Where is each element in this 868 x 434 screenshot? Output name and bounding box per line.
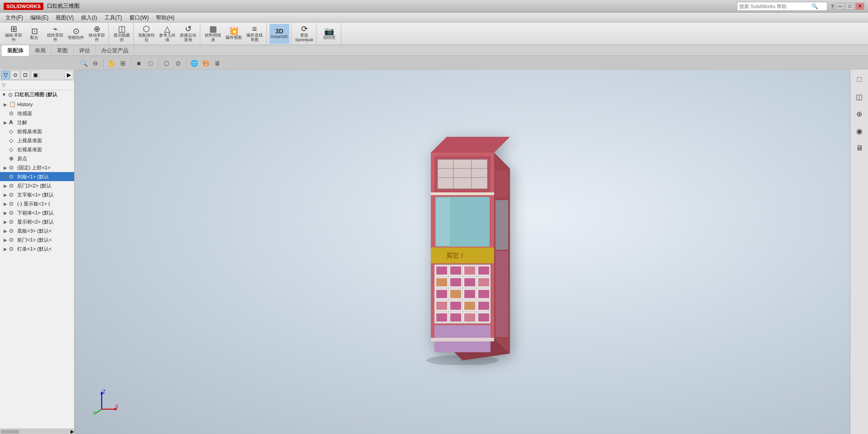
show-hidden-button[interactable]: ◫ 显示隐藏的 — [112, 24, 132, 44]
svg-rect-36 — [436, 302, 447, 310]
hscroll-thumb[interactable] — [1, 430, 19, 434]
rp-display-button[interactable]: ◫ — [851, 89, 868, 105]
tree-item-side-panel[interactable]: ▶ ⊙ 则板<1> (默认 — [0, 172, 74, 181]
menu-insert[interactable]: 插入(I) — [77, 13, 100, 23]
rp-view-settings-button[interactable]: □ — [851, 71, 868, 88]
light-strip-icon: ⊙ — [9, 246, 16, 252]
smart-fastener-icon: ⊙ — [73, 27, 80, 35]
toolbar-group-edit: ⊞ 编辑 零部件 ⊡ 配合 ⌁ 线性零部件 ⊙ 智能扣件 ⊕ 移动零部件 — [2, 23, 109, 45]
scroll-right-button[interactable]: ▶ — [71, 429, 74, 434]
tree-item-light-strip[interactable]: ▶ ⊙ 灯条<1> (默认< — [0, 244, 74, 253]
tree-item-fixed-top[interactable]: ▶ ⊙ (固定) 上部<1> — [0, 163, 74, 172]
svg-text:Y: Y — [93, 411, 96, 416]
main-area: ▽ ⊙ ⊡ ▣ ▶ ▽ ▼ ⊙ 口红机三维图 (默认 ▶ 📋 History — [0, 70, 868, 434]
explode-view-button[interactable]: 💥 爆炸视图 — [224, 24, 244, 44]
zoom-out-button[interactable]: ⊖ — [90, 58, 100, 68]
tree-item-bottom-panel[interactable]: ▶ ⊙ 底板<3> (默认< — [0, 226, 74, 235]
rp-appearances-button[interactable]: ◉ — [851, 123, 868, 139]
explode-line-button[interactable]: ≡ 爆炸直线草图 — [245, 24, 264, 44]
tree-item-front-door[interactable]: ▶ ⊙ 前门<1> (默认< — [0, 235, 74, 244]
move-component-button[interactable]: ⊕ 移动零部件 — [87, 24, 107, 44]
origin-label: 原点 — [17, 155, 72, 162]
front-door-icon: ⊙ — [9, 237, 16, 243]
assembly-feature-button[interactable]: ⬡ 装配体特征 — [137, 24, 156, 44]
tree-root[interactable]: ▼ ⊙ 口红机三维图 (默认 — [0, 90, 74, 99]
tree-item-text-panel[interactable]: ▶ ⊙ 文字板<1> (默认 — [0, 190, 74, 199]
svg-line-56 — [95, 409, 102, 414]
tab-assembly[interactable]: 装配体 — [2, 45, 29, 56]
menu-edit[interactable]: 编辑(E) — [27, 13, 52, 23]
search-box[interactable]: 🔍 — [737, 2, 827, 11]
tree-item-back-door[interactable]: ▶ ⊙ 后门2<2> (默认 — [0, 181, 74, 190]
display-manager-button[interactable]: 🖥 — [212, 58, 222, 68]
tab-office[interactable]: 办公室产品 — [96, 45, 134, 56]
tree-item-display-panel[interactable]: ▶ ⊙ (-) 显示板<1> ( — [0, 199, 74, 208]
left-panel-scrollbar[interactable]: ▶ — [0, 429, 74, 434]
menu-tools[interactable]: 工具(T) — [101, 13, 126, 23]
instant3d-button[interactable]: 3D Instant3D — [269, 24, 289, 44]
tab-sketch[interactable]: 草图 — [52, 45, 74, 56]
snapshot-button[interactable]: 📷 拍快照 — [319, 24, 339, 44]
config-manager-button[interactable]: ⊡ — [21, 70, 30, 79]
viewport[interactable]: 买它！ — [75, 70, 850, 434]
dim-expert-button[interactable]: ▣ — [31, 70, 40, 79]
view-orient-button[interactable]: ⊞ — [118, 58, 128, 68]
tree-item-sensor[interactable]: ⊙ 传感器 — [0, 109, 74, 118]
tree-item-right-plane[interactable]: ◇ 右视基准面 — [0, 145, 74, 154]
bottom-panel-expand: ▶ — [4, 229, 9, 233]
close-button[interactable]: ✕ — [855, 3, 864, 10]
tab-evaluate[interactable]: 评估 — [74, 45, 96, 56]
view-section-button[interactable]: ■ — [134, 58, 144, 68]
minimize-button[interactable]: — — [835, 3, 844, 10]
bom-button[interactable]: ▦ 材料明细表 — [203, 24, 223, 44]
svg-rect-31 — [478, 278, 489, 286]
smart-fastener-button[interactable]: ⊙ 智能扣件 — [66, 24, 86, 44]
expand-panel-button[interactable]: ▶ — [64, 70, 73, 79]
tab-layout[interactable]: 布局 — [29, 45, 52, 56]
fixed-top-label: (固定) 上部<1> — [17, 164, 72, 171]
tree-item-front-plane[interactable]: ◇ 前视基准面 — [0, 127, 74, 136]
tree-item-top-plane[interactable]: ◇ 上视基准面 — [0, 136, 74, 145]
feature-manager-button[interactable]: ▽ — [1, 70, 10, 79]
tree-root-label: 口红机三维图 (默认 — [14, 91, 57, 98]
photoview-button[interactable]: 🎨 — [201, 58, 211, 68]
rp-camera-button[interactable]: 🖥 — [851, 140, 868, 156]
svg-rect-29 — [450, 278, 461, 286]
tree-item-origin[interactable]: ⊕ 原点 — [0, 154, 74, 163]
zoom-in-button[interactable]: 🔍 — [79, 58, 89, 68]
tree-item-notes[interactable]: ▶ A 注解 — [0, 118, 74, 127]
svg-rect-32 — [436, 290, 447, 298]
tree-item-lower-box[interactable]: ▶ ⊙ 下箱体<1> (默认 — [0, 208, 74, 217]
search-input[interactable] — [739, 4, 811, 9]
maximize-button[interactable]: □ — [845, 3, 854, 10]
svg-rect-37 — [450, 302, 461, 310]
view-display-button[interactable]: □ — [146, 58, 156, 68]
notes-label: 注解 — [17, 119, 72, 126]
snapshot-icon: 📷 — [324, 27, 334, 35]
pan-button[interactable]: ✋ — [106, 58, 116, 68]
history-icon: 📋 — [9, 101, 16, 107]
menu-view[interactable]: 视图(V) — [52, 13, 77, 23]
rp-scene-button[interactable]: ⊕ — [851, 106, 868, 122]
tree-item-history[interactable]: ▶ 📋 History — [0, 100, 74, 109]
axis-indicator: Z X Y — [93, 389, 120, 416]
ref-geometry-icon: △ — [164, 25, 170, 33]
view-appearance-button[interactable]: ⊙ — [173, 58, 183, 68]
new-motion-button[interactable]: ↺ 新建运动算例 — [178, 24, 198, 44]
menu-window[interactable]: 窗口(W) — [126, 13, 152, 23]
front-door-expand: ▶ — [4, 238, 9, 243]
svg-rect-26 — [464, 266, 475, 275]
edit-component-button[interactable]: ⊞ 编辑 零部件 — [4, 24, 24, 44]
mate-button[interactable]: ⊡ 配合 — [24, 24, 44, 44]
tree-item-display-frame[interactable]: ▶ ⊙ 显示框<2> (默认 — [0, 217, 74, 226]
property-manager-button[interactable]: ⊙ — [11, 70, 20, 79]
linear-component-button[interactable]: ⌁ 线性零部件 — [45, 24, 65, 44]
speedpak-button[interactable]: ⟳ 更新 Speedpak — [294, 24, 314, 44]
realview-button[interactable]: 🌐 — [189, 58, 199, 68]
ref-geometry-button[interactable]: △ 参考几何体 — [157, 24, 177, 44]
svg-rect-13 — [436, 198, 450, 246]
model-area: 买它！ — [75, 70, 850, 434]
menu-help[interactable]: 帮助(H) — [152, 13, 178, 23]
view-3d-button[interactable]: ⬡ — [161, 58, 171, 68]
menu-file[interactable]: 文件(F) — [2, 13, 27, 23]
